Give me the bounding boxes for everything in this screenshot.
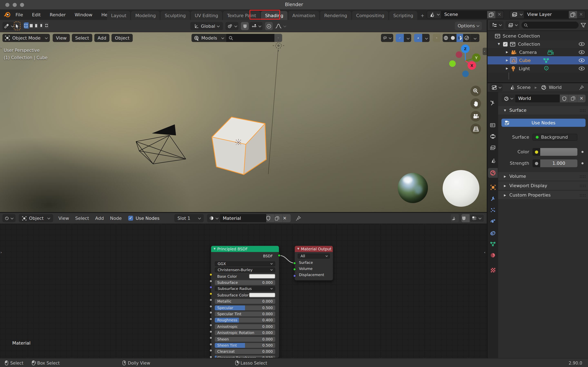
tab-modifier-properties[interactable] [488,194,498,203]
shader-type-dropdown[interactable]: Object [19,214,53,222]
cube-object[interactable] [212,117,266,175]
strength-field[interactable]: 1.000 [532,159,577,167]
orthographic-toggle-button[interactable] [470,124,481,134]
material-slot-dropdown[interactable]: Slot 1 [174,214,204,222]
outliner-row-light[interactable]: ▶ Light [488,64,588,73]
tab-texture-paint[interactable]: Texture Paint [223,11,260,20]
surface-panel-header[interactable]: ▼ Surface [498,106,588,115]
material-name-field[interactable]: Material [220,214,266,222]
tab-compositing[interactable]: Compositing [352,11,388,20]
select-subtract-mode[interactable] [34,22,39,29]
unlink-material-button[interactable]: ✕ [282,214,291,222]
hide-eye-icon[interactable] [579,42,585,46]
material-browse-dropdown[interactable] [207,214,220,222]
gizmo-y-axis[interactable]: Y [472,53,481,62]
specular-socket[interactable] [209,305,212,308]
tab-modeling[interactable]: Modeling [131,11,160,20]
expand-arrow-icon[interactable]: ▼ [498,42,500,46]
specular-tint-socket[interactable] [209,311,212,314]
param-subsurface-color[interactable]: Subsurface Color [215,293,275,298]
new-view-layer-button[interactable] [569,11,577,18]
gizmo-neg-y-axis[interactable] [449,60,456,67]
pivot-point-dropdown[interactable] [225,22,238,30]
shader-editor-type-dropdown[interactable] [2,214,16,222]
tab-uv-editing[interactable]: UV Editing [191,11,222,20]
param-specular[interactable]: Specular 0.500 [215,305,275,310]
use-nodes-checkbox[interactable]: ✓ [128,216,133,221]
tab-render-properties[interactable] [488,120,498,130]
shader-sidebar-expand-chevron[interactable]: ‹ [484,250,485,254]
view-layer-name-field[interactable]: View Layer [524,11,569,18]
expand-arrow-icon[interactable]: ▶ [506,50,508,54]
clearcoat-socket[interactable] [209,349,212,352]
custom-properties-panel-header[interactable]: ▶ Custom Properties [498,191,588,200]
snap-target-dropdown[interactable] [250,22,263,30]
tab-layout[interactable]: Layout [107,11,130,20]
go-to-parent-node-tree-button[interactable] [451,214,459,222]
base-color-socket[interactable] [209,273,212,276]
panel-drag-handle[interactable] [579,194,586,197]
param-roughness[interactable]: Roughness 0.400 [215,318,275,323]
menu-window[interactable]: Window [70,12,97,17]
transform-orientation-dropdown[interactable]: Global [190,22,223,30]
tab-output-properties[interactable] [488,131,498,141]
unlink-datablock-button[interactable]: ✕ [577,95,586,102]
node-collapse-icon[interactable]: ▼ [214,247,216,250]
surface-shader-dropdown[interactable]: Background [532,133,577,141]
filter-icon[interactable] [581,23,586,27]
copy-material-button[interactable] [274,214,282,222]
hide-eye-icon[interactable] [579,50,585,54]
param-clearcoat-roughness[interactable]: Clearcoat Roughness 0.030 [215,356,275,358]
color-field[interactable] [532,148,577,156]
principled-bsdf-header[interactable]: ▼ Principled BSDF [211,246,279,252]
gizmo-neg-z-axis[interactable] [462,71,469,77]
tab-object-properties[interactable] [488,182,498,192]
tab-constraint-properties[interactable] [488,228,498,238]
light-object[interactable] [273,40,284,51]
proportional-falloff-dropdown[interactable] [274,22,287,30]
roughness-socket[interactable] [209,317,212,320]
fake-user-button[interactable] [266,214,274,222]
param-metallic[interactable]: Metallic 0.000 [215,299,275,304]
select-invert-mode[interactable] [39,22,44,29]
scene-icon[interactable] [427,11,441,18]
subsurface-color-swatch[interactable] [249,293,275,298]
tab-rendering[interactable]: Rendering [320,11,351,20]
zoom-view-button[interactable] [470,86,481,96]
param-anisotropic[interactable]: Anisotropic 0.000 [215,324,275,329]
tab-texture-properties[interactable] [488,265,498,275]
tab-particle-properties[interactable] [488,205,498,215]
outliner-row-cube-selected[interactable]: ▶ Cube [488,56,588,64]
world-browse-dropdown[interactable] [502,95,515,102]
add-workspace-button[interactable]: + [418,11,427,20]
subsurface-method-dropdown[interactable]: Christensen-Burley [215,268,275,273]
anisotropic-socket[interactable] [209,324,212,327]
clearcoat-roughness-socket[interactable] [209,355,212,358]
anisotropic-rotation-socket[interactable] [209,330,212,333]
viewport-display-panel-header[interactable]: ▶ Viewport Display [498,182,588,191]
volume-input-socket[interactable] [293,268,296,271]
fake-user-button[interactable] [560,95,568,102]
camera-object[interactable] [136,124,186,164]
copy-datablock-button[interactable] [568,95,577,102]
select-extend-mode[interactable] [29,22,34,29]
metallic-socket[interactable] [209,299,212,301]
surface-input-socket[interactable] [293,262,296,264]
node-snap-toggle[interactable] [461,214,470,222]
sheen-socket[interactable] [209,336,212,339]
hide-eye-icon[interactable] [579,58,585,62]
gizmo-neg-x-axis[interactable] [456,51,462,58]
tweak-tool-button[interactable] [14,22,20,30]
tab-material-properties[interactable] [488,250,498,260]
panel-drag-handle[interactable] [579,109,586,112]
hide-eye-icon[interactable] [579,67,585,71]
param-base-color[interactable]: Base Color [215,274,275,279]
param-clearcoat[interactable]: Clearcoat 0.000 [215,349,275,354]
param-sheen[interactable]: Sheen 0.000 [215,337,275,342]
param-subsurface-radius[interactable]: Subsurface Radius [215,286,275,291]
distribution-dropdown[interactable]: GGX [215,261,275,266]
tab-view-layer-properties[interactable] [488,143,498,152]
menu-file[interactable]: File [11,12,27,17]
properties-editor-type-dropdown[interactable] [490,84,503,91]
remove-view-layer-button[interactable]: ✕ [577,11,585,18]
